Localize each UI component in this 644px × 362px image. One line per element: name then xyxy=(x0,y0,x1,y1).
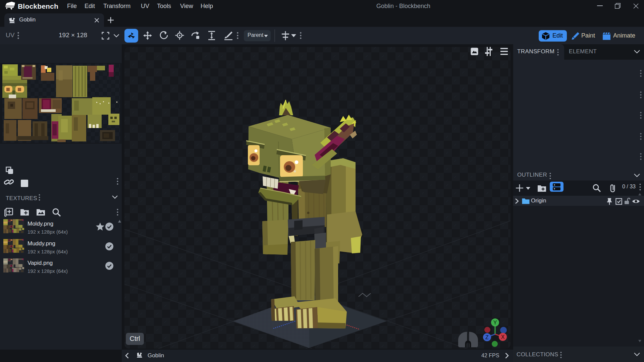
svg-text:X: X xyxy=(501,334,505,340)
svg-text:Z: Z xyxy=(485,335,489,340)
svg-text:Y: Y xyxy=(493,320,497,325)
